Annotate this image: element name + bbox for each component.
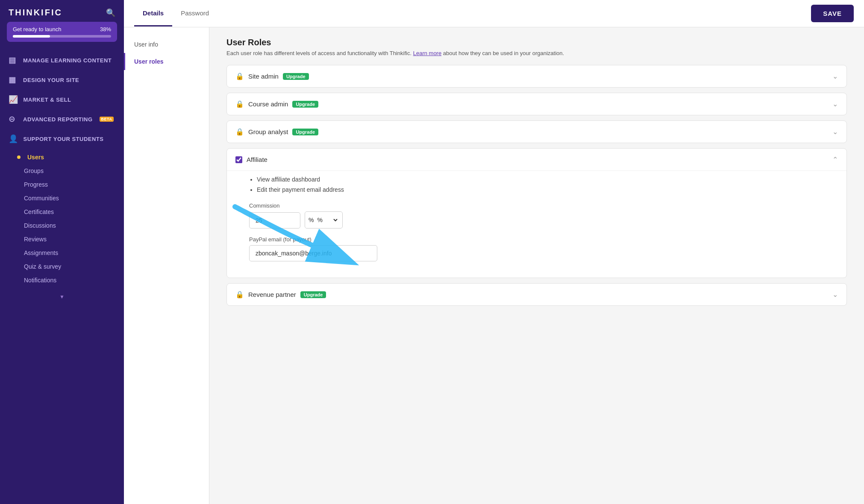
- side-nav: User info User roles: [124, 27, 209, 504]
- role-card-revenue-partner: 🔒 Revenue partner Upgrade ⌄: [226, 283, 847, 306]
- affiliate-perk-2: Edit their payment email address: [257, 185, 838, 195]
- role-label-affiliate: Affiliate: [247, 156, 267, 163]
- chevron-down-icon: ⌄: [832, 128, 838, 136]
- sidebar-item-progress[interactable]: Progress: [0, 178, 124, 191]
- side-nav-user-info[interactable]: User info: [124, 36, 209, 53]
- role-label-revenue-partner: Revenue partner: [248, 291, 296, 298]
- sub-nav: Users Groups Progress Communities Certif…: [0, 149, 124, 290]
- percent-symbol: %: [309, 217, 314, 223]
- commission-row: % % Fixed: [249, 211, 838, 229]
- commission-input[interactable]: [249, 212, 300, 229]
- role-card-course-admin: 🔒 Course admin Upgrade ⌄: [226, 93, 847, 115]
- side-nav-user-roles[interactable]: User roles: [124, 53, 209, 70]
- search-icon[interactable]: 🔍: [106, 8, 115, 18]
- lock-icon: 🔒: [235, 72, 244, 80]
- role-card-group-analyst: 🔒 Group analyst Upgrade ⌄: [226, 120, 847, 143]
- progress-label: Get ready to launch 38%: [13, 26, 111, 32]
- sidebar-item-advanced-reporting[interactable]: ⊝ ADVANCED REPORTING BETA: [0, 109, 124, 129]
- sidebar-item-assignments[interactable]: Assignments: [0, 246, 124, 260]
- design-site-icon: ▦: [9, 75, 18, 85]
- active-dot: [17, 155, 21, 159]
- role-card-header-course-admin[interactable]: 🔒 Course admin Upgrade ⌄: [227, 93, 846, 115]
- panel: User Roles Each user role has different …: [209, 27, 864, 504]
- app-logo: THINKIFIC: [9, 8, 62, 18]
- sidebar-header: THINKIFIC 🔍: [0, 0, 124, 22]
- progress-percent: 38%: [100, 26, 111, 32]
- tabs-bar: Details Password SAVE: [124, 0, 864, 27]
- paypal-label: PayPal email (for payout): [249, 236, 838, 243]
- tab-password[interactable]: Password: [172, 1, 217, 26]
- content-area: User info User roles User Roles Each use…: [124, 27, 864, 504]
- design-site-label: DESIGN YOUR SITE: [23, 77, 79, 83]
- sidebar-item-communities[interactable]: Communities: [0, 191, 124, 205]
- role-card-header-affiliate[interactable]: Affiliate ⌃: [227, 149, 846, 170]
- role-card-header-revenue-partner[interactable]: 🔒 Revenue partner Upgrade ⌄: [227, 284, 846, 305]
- support-students-icon: 👤: [9, 134, 18, 144]
- lock-icon: 🔒: [235, 100, 244, 108]
- learn-more-link[interactable]: Learn more: [413, 50, 441, 56]
- role-label-course-admin: Course admin: [248, 100, 288, 108]
- progress-bar-background: [13, 35, 111, 38]
- affiliate-perk-1: View affiliate dashboard: [257, 174, 838, 185]
- manage-learning-label: MANAGE LEARNING CONTENT: [23, 57, 112, 64]
- progress-text: Get ready to launch: [13, 26, 61, 32]
- affiliate-perks-list: View affiliate dashboard Edit their paym…: [249, 174, 838, 195]
- chevron-up-icon: ⌃: [832, 155, 838, 164]
- role-label-group-analyst: Group analyst: [248, 128, 288, 135]
- chevron-down-icon: ⌄: [832, 290, 838, 299]
- section-description: Each user role has different levels of a…: [226, 50, 847, 56]
- chevron-down-icon: ⌄: [832, 100, 838, 108]
- sidebar-item-reviews[interactable]: Reviews: [0, 232, 124, 246]
- lock-icon: 🔒: [235, 290, 244, 299]
- sidebar: THINKIFIC 🔍 Get ready to launch 38% ▤ MA…: [0, 0, 124, 504]
- role-card-header-site-admin[interactable]: 🔒 Site admin Upgrade ⌄: [227, 65, 846, 87]
- role-card-affiliate: Affiliate ⌃ View affiliate dashboard Edi…: [226, 148, 847, 278]
- commission-label: Commission: [249, 202, 838, 209]
- main-nav: ▤ MANAGE LEARNING CONTENT ▦ DESIGN YOUR …: [0, 49, 124, 292]
- sidebar-item-manage-learning[interactable]: ▤ MANAGE LEARNING CONTENT: [0, 50, 124, 70]
- paypal-group: PayPal email (for payout): [249, 236, 838, 261]
- percent-select-wrapper: % % Fixed: [305, 211, 343, 229]
- tabs-list: Details Password: [134, 1, 217, 26]
- sidebar-item-market-sell[interactable]: 📈 MARKET & SELL: [0, 90, 124, 109]
- main-area: Details Password SAVE User info User rol…: [124, 0, 864, 504]
- commission-input-wrapper: [249, 212, 300, 229]
- beta-badge: BETA: [100, 117, 114, 122]
- market-sell-icon: 📈: [9, 95, 18, 104]
- section-title: User Roles: [226, 38, 847, 47]
- progress-section: Get ready to launch 38%: [7, 22, 117, 42]
- role-label-site-admin: Site admin: [248, 73, 279, 80]
- progress-bar-fill: [13, 35, 50, 38]
- advanced-reporting-icon: ⊝: [9, 114, 18, 124]
- chevron-down-icon: ⌄: [832, 72, 838, 80]
- scroll-indicator: ▼: [0, 292, 124, 302]
- sidebar-item-notifications[interactable]: Notifications: [0, 273, 124, 287]
- manage-learning-icon: ▤: [9, 56, 18, 65]
- support-students-label: SUPPORT YOUR STUDENTS: [24, 136, 104, 142]
- sidebar-item-support-students[interactable]: 👤 SUPPORT YOUR STUDENTS: [0, 129, 124, 149]
- commission-group: Commission % % Fixed: [249, 202, 838, 229]
- save-button[interactable]: SAVE: [811, 5, 854, 22]
- sidebar-item-groups[interactable]: Groups: [0, 164, 124, 178]
- upgrade-badge-group-analyst: Upgrade: [292, 129, 318, 135]
- role-card-header-group-analyst[interactable]: 🔒 Group analyst Upgrade ⌄: [227, 121, 846, 143]
- market-sell-label: MARKET & SELL: [24, 97, 71, 103]
- sidebar-item-quiz-survey[interactable]: Quiz & survey: [0, 260, 124, 273]
- role-card-site-admin: 🔒 Site admin Upgrade ⌄: [226, 65, 847, 88]
- lock-icon: 🔒: [235, 128, 244, 136]
- upgrade-badge-site-admin: Upgrade: [283, 73, 309, 80]
- upgrade-badge-revenue-partner: Upgrade: [300, 291, 326, 298]
- sidebar-item-users[interactable]: Users: [0, 150, 124, 164]
- sidebar-item-design-site[interactable]: ▦ DESIGN YOUR SITE: [0, 70, 124, 90]
- sidebar-item-certificates[interactable]: Certificates: [0, 205, 124, 219]
- affiliate-checkbox[interactable]: [235, 156, 242, 163]
- percent-select[interactable]: % Fixed: [315, 216, 339, 224]
- sidebar-item-discussions[interactable]: Discussions: [0, 219, 124, 232]
- affiliate-body: View affiliate dashboard Edit their paym…: [227, 170, 846, 278]
- tab-details[interactable]: Details: [134, 1, 172, 26]
- advanced-reporting-label: ADVANCED REPORTING: [23, 116, 93, 123]
- paypal-email-input[interactable]: [249, 245, 377, 261]
- upgrade-badge-course-admin: Upgrade: [292, 101, 318, 108]
